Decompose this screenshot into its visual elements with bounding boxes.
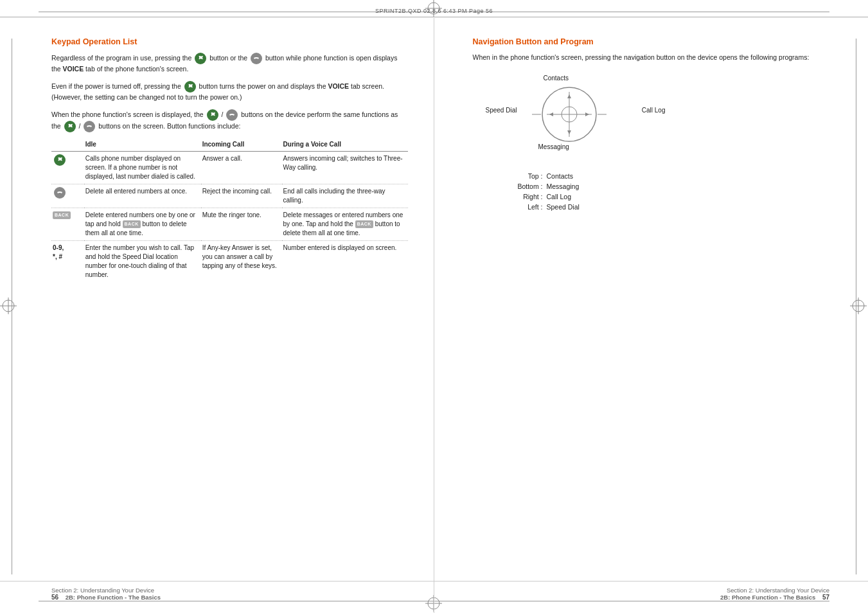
nav-label-messaging: Messaging [538,143,569,150]
nav-row-left: Left : Speed Dial [511,203,830,211]
nav-val-top: Contacts [547,172,573,180]
end-icon-p3 [226,109,238,121]
end-icon-row2 [54,187,66,199]
table-row: Calls phone number displayed on screen. … [51,151,408,184]
table-cell-during-3: Delete messages or entered numbers one b… [282,208,408,240]
svg-marker-18 [549,112,553,116]
table-cell-idle-3: Delete entered numbers one by one or tap… [84,208,201,240]
nav-key-left: Left : [511,203,547,211]
header-bar: SPRINT2B.QXD 02.8.6 6:43 PM Page 56 [0,5,868,17]
footer: Section 2: Understanding Your Device 56 … [0,581,868,613]
footer-right-section: Section 2: Understanding Your Device [473,587,830,594]
end-icon-p1 [251,53,262,64]
call-icon-p2 [184,81,196,93]
footer-right: Section 2: Understanding Your Device 2B:… [434,582,869,613]
footer-left-section: Section 2: Understanding Your Device [51,587,408,594]
left-section-title: Keypad Operation List [51,37,408,46]
nav-table: Top : Contacts Bottom : Messaging Right … [511,172,830,211]
table-cell-during-2: End all calls including the three-way ca… [282,184,408,208]
back-badge-inline-3b: BACK [355,220,373,228]
table-header-icon [51,139,84,152]
nav-val-bottom: Messaging [547,182,580,190]
nav-label-calllog: Call Log [642,107,666,114]
nav-key-bottom: Bottom : [511,182,547,190]
table-cell-during-1: Answers incoming call; switches to Three… [282,151,408,184]
table-cell-idle-4: Enter the number you wish to call. Tap a… [84,240,201,282]
left-para3: When the phone function's screen is disp… [51,109,408,132]
footer-right-page: 57 [822,594,829,601]
table-header-incoming: Incoming Call [201,139,282,152]
nav-label-contacts: Contacts [544,75,569,82]
table-cell-incoming-2: Reject the incoming call. [201,184,282,208]
table-cell-icon-4: 0-9,*, # [51,240,84,282]
call-icon-row1 [54,154,66,166]
left-para1: Regardless of the program in use, pressi… [51,53,408,75]
table-row: 0-9,*, # Enter the number you wish to ca… [51,240,408,282]
page-content: Keypad Operation List Regardless of the … [0,18,868,581]
footer-left-page: 56 [51,594,58,601]
back-badge-inline-3: BACK [123,220,141,228]
back-badge-row3: BACK [53,211,71,219]
table-cell-incoming-1: Answer a call. [201,151,282,184]
nav-key-right: Right : [511,193,547,200]
right-column: Navigation Button and Program When in th… [434,18,869,581]
footer-left: Section 2: Understanding Your Device 56 … [0,582,434,613]
table-cell-idle-1: Calls phone number displayed on screen. … [84,151,201,184]
table-cell-idle-2: Delete all entered numbers at once. [84,184,201,208]
nav-val-right: Call Log [547,193,572,200]
footer-right-chapter: 2B: Phone Function - The Basics [720,594,815,601]
left-para2: Even if the power is turned off, pressin… [51,81,408,103]
header-text: SPRINT2B.QXD 02.8.6 6:43 PM Page 56 [375,8,493,14]
nav-row-top: Top : Contacts [511,172,830,180]
nav-label-speeddial: Speed Dial [486,107,517,114]
end-icon-p3b [84,121,95,132]
call-icon-p3a [207,109,218,121]
table-header-during: During a Voice Call [282,139,408,152]
svg-marker-19 [585,112,589,116]
nav-key-top: Top : [511,172,547,180]
table-cell-during-4: Number entered is displayed on screen. [282,240,408,282]
nav-diagram: Contacts Messaging Speed Dial Call Log [486,69,678,172]
nav-val-left: Speed Dial [547,203,580,211]
right-section-title: Navigation Button and Program [473,37,830,46]
call-icon-p3b [64,121,76,132]
left-column: Keypad Operation List Regardless of the … [0,18,434,581]
svg-marker-16 [567,94,571,98]
table-row: BACK Delete entered numbers one by one o… [51,208,408,240]
call-icon-p1 [195,53,206,64]
nav-cross-svg [540,85,598,143]
table-row: Delete all entered numbers at once. Reje… [51,184,408,208]
nav-row-bottom: Bottom : Messaging [511,182,830,190]
table-cell-incoming-3: Mute the ringer tone. [201,208,282,240]
footer-left-chapter: 2B: Phone Function - The Basics [66,594,161,601]
keypad-table: Idle Incoming Call During a Voice Call C… [51,139,408,282]
svg-marker-17 [567,130,571,134]
table-header-idle: Idle [84,139,201,152]
table-cell-incoming-4: If Any-key Answer is set, you can answer… [201,240,282,282]
right-para: When in the phone function's screen, pre… [473,53,830,63]
nav-row-right: Right : Call Log [511,193,830,200]
